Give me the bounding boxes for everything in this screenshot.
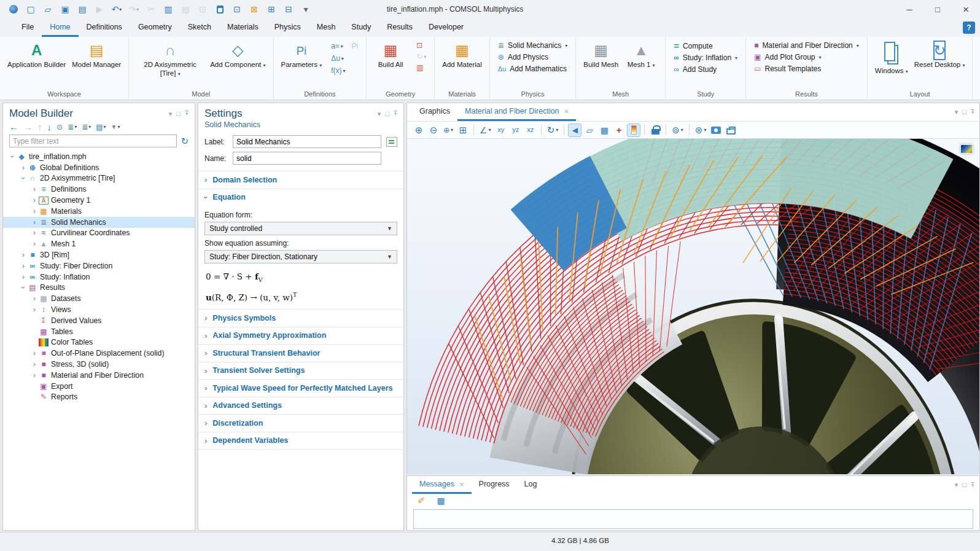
tree-expand-icon[interactable]: › [8, 152, 17, 161]
tree-item-curvilinear-coordinates[interactable]: ›≈Curvilinear Coordinates [3, 228, 195, 239]
ribbon-button-add-material[interactable]: ▦Add Material [440, 38, 484, 70]
ribbon-button-virtual-operations-icon[interactable]: ▥ [414, 63, 428, 72]
ribbon-button-solid-mechanics[interactable]: ≣Solid Mechanics▾ [495, 40, 570, 51]
menu-definitions[interactable]: Definitions [79, 18, 130, 37]
tree-item-views[interactable]: ›↕Views [3, 304, 195, 315]
refresh-filter-icon[interactable]: ↻ [181, 136, 189, 146]
nav-back-button[interactable]: ← [9, 122, 18, 131]
comsol-logo-button[interactable] [6, 2, 21, 17]
tree-expand-icon[interactable]: › [19, 163, 28, 172]
ribbon-button-pi[interactable]: Pi [350, 41, 360, 51]
tree-item-out-of-plane-displacement-solid[interactable]: ›■Out-of-Plane Displacement (solid) [3, 348, 195, 359]
tree-expand-icon[interactable]: › [30, 360, 39, 369]
ribbon-button-material-and-fiber-direction[interactable]: ■Material and Fiber Direction▾ [751, 40, 862, 51]
tree-item-stress-3d-solid[interactable]: ›■Stress, 3D (solid) [3, 359, 195, 370]
tree-expand-icon[interactable]: › [19, 273, 28, 281]
messages-output[interactable] [413, 509, 973, 529]
ribbon-button-f-x[interactable]: f(x)▾ [329, 66, 347, 76]
tree-expand-icon[interactable]: › [30, 229, 39, 237]
save-as-button[interactable]: ▤ [75, 2, 90, 17]
save-button[interactable]: ▣ [58, 2, 72, 17]
close-tab-icon[interactable]: × [564, 107, 569, 116]
minimize-button[interactable]: ─ [895, 0, 924, 18]
messages-tab-messages[interactable]: Messages× [412, 476, 472, 494]
tree-item-global-definitions[interactable]: ›⊕Global Definitions [3, 162, 195, 173]
ribbon-button-study-inflation[interactable]: ∞Study: Inflation▾ [671, 52, 741, 63]
view-orientation-button[interactable]: ∠▾ [478, 123, 493, 137]
label-field-input[interactable] [233, 135, 381, 148]
tree-expand-icon[interactable]: › [30, 207, 39, 216]
pane-float-icon[interactable]: □ [962, 482, 966, 488]
deselect-box-button[interactable]: ⊠ [247, 2, 262, 17]
ribbon-button-application-builder[interactable]: AApplication Builder [5, 38, 68, 70]
menu-sketch[interactable]: Sketch [180, 18, 219, 37]
section-dependent-variables[interactable]: ›Dependent Variables [198, 432, 403, 450]
tree-item-export[interactable]: ▣Export [3, 381, 195, 392]
view-yz-button[interactable]: yz [509, 123, 523, 137]
graphics-tab-material-and-fiber-direction[interactable]: Material and Fiber Direction× [457, 103, 576, 121]
tree-expand-icon[interactable]: › [30, 240, 39, 248]
close-tab-icon[interactable]: × [459, 480, 464, 489]
paste-button[interactable]: ▤ [178, 2, 193, 17]
tree-item-definitions[interactable]: ›≡Definitions [3, 184, 195, 195]
view-xz-button[interactable]: xz [524, 123, 537, 137]
ribbon-button-reset-desktop[interactable]: Reset Desktop ▾ [912, 38, 968, 70]
section-discretization[interactable]: ›Discretization [198, 414, 403, 432]
pane-pin-icon[interactable]: Ŧ [185, 111, 189, 117]
tree-expand-icon[interactable]: › [30, 218, 39, 227]
ribbon-button-u[interactable]: Δu▾ [329, 53, 347, 63]
tree-expand-icon[interactable]: › [19, 262, 28, 270]
tree-view-button[interactable]: ▤▾ [96, 123, 106, 131]
qat-overflow-button[interactable]: ▾ [298, 2, 313, 17]
menu-study[interactable]: Study [343, 18, 379, 37]
pane-collapse-icon[interactable]: ▾ [955, 482, 959, 488]
pane-pin-icon[interactable]: Ŧ [394, 111, 397, 117]
tree-expand-icon[interactable]: › [30, 185, 39, 193]
cut-button[interactable]: ✂ [144, 2, 158, 17]
section-equation[interactable]: ›Equation [198, 189, 403, 206]
menu-developer[interactable]: Developer [421, 18, 472, 37]
tree-item-2d-axisymmetric-tire[interactable]: ›∩2D Axisymmetric [Tire] [3, 173, 195, 184]
pane-pin-icon[interactable]: Ŧ [971, 109, 974, 115]
name-field-input[interactable] [233, 152, 381, 165]
pane-float-icon[interactable]: □ [385, 111, 389, 117]
appearance-button[interactable]: ⊚▾ [670, 123, 685, 137]
tree-expand-icon[interactable]: › [30, 305, 39, 314]
tree-item-tire-inflation-mph[interactable]: ›◆tire_inflation.mph [3, 151, 195, 162]
snapshot-button[interactable] [709, 123, 723, 137]
scene-box-button[interactable]: ▱ [583, 123, 596, 137]
tree-item-results[interactable]: ›▤Results [3, 283, 195, 294]
tree-item-mesh-1[interactable]: ›▲Mesh 1 [3, 238, 195, 249]
view-xy-button[interactable]: xy [494, 123, 508, 137]
section-structural-transient-behavior[interactable]: ›Structural Transient Behavior [198, 344, 403, 362]
axes-button[interactable]: + [612, 123, 626, 137]
menu-geometry[interactable]: Geometry [130, 18, 180, 37]
zoom-box-button[interactable]: ⊕▾ [441, 123, 455, 137]
paste-ref-button[interactable]: ⊡ [195, 2, 210, 17]
tree-item-material-and-fiber-direction[interactable]: ›■Material and Fiber Direction [3, 370, 195, 381]
tree-item-derived-values[interactable]: ΣDerived Values [3, 315, 195, 326]
ribbon-button-parameters[interactable]: PiParameters ▾ [279, 38, 325, 70]
ribbon-button-add-component[interactable]: ◇Add Component ▾ [208, 38, 268, 70]
show-options-button[interactable]: ⊙ [56, 123, 63, 131]
tree-item-study-fiber-direction[interactable]: ›∞Study: Fiber Direction [3, 260, 195, 272]
maximize-button[interactable]: □ [924, 0, 952, 18]
grid-button[interactable]: ▦ [597, 123, 611, 137]
expand-all-button[interactable]: ≣▾ [68, 123, 77, 131]
zoom-out-button[interactable]: ⊖ [427, 123, 440, 137]
messages-tab-log[interactable]: Log [517, 476, 545, 494]
tree-item-geometry-1[interactable]: ›AGeometry 1 [3, 195, 195, 206]
section-advanced-settings[interactable]: ›Advanced Settings [198, 397, 403, 415]
table-settings-button[interactable]: ▦ [434, 494, 448, 507]
select-box-button[interactable]: ⊡ [230, 2, 244, 17]
ribbon-button-windows[interactable]: Windows ▾ [873, 38, 911, 76]
ribbon-button-add-mathematics[interactable]: ΔuAdd Mathematics [495, 63, 570, 74]
delete-button[interactable] [212, 2, 227, 17]
render-options-button[interactable]: ◀ [568, 123, 581, 137]
tree-expand-icon[interactable]: › [30, 371, 39, 380]
tree-expand-icon[interactable]: › [30, 196, 39, 205]
lock-view-button[interactable] [648, 123, 662, 137]
ribbon-button-insert-sequence-icon[interactable]: ⊡ [414, 41, 428, 50]
zoom-box-preview-button[interactable]: ⊟ [281, 2, 296, 17]
section-transient-solver-settings[interactable]: ›Transient Solver Settings [198, 362, 403, 380]
